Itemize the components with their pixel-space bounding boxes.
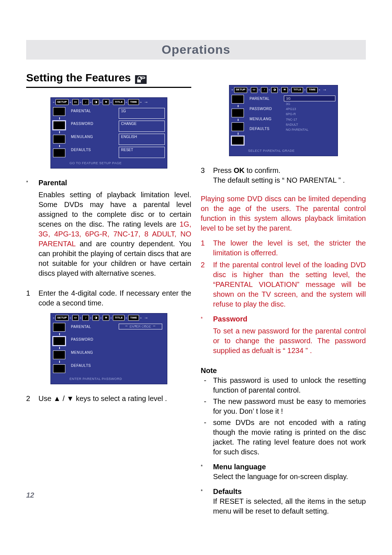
row-defaults-label: DEFAULTS <box>248 126 281 134</box>
bullet-defaults-body: If RESET is selected, all the items in t… <box>213 497 366 516</box>
step-3-line1: Press OK to confirm. <box>213 166 345 175</box>
lock-small-icon <box>232 136 244 145</box>
screenshot-grade-select: SETUP ▭ ♪ ◑ ≋ TITLE TIME → <box>229 85 338 156</box>
row-menulang-label: MENULANG <box>70 349 116 361</box>
lock-icon <box>134 74 147 85</box>
eq-icon: ≋ <box>103 315 109 321</box>
note-title: Note <box>201 366 366 376</box>
clapper-icon <box>232 122 244 131</box>
chevron-right-icon: → <box>321 87 328 93</box>
row-menulang-label: MENULANG <box>248 116 281 124</box>
down-arrow-icon: ▼ <box>67 394 74 402</box>
page-number: 12 <box>26 490 34 500</box>
speaker-icon: ♪ <box>82 99 89 105</box>
row-defaults-label: DEFAULTS <box>70 147 116 158</box>
chevron-right-icon: → <box>143 99 150 105</box>
row-parental-label: PARENTAL <box>248 96 281 104</box>
bullet-password-title: Password <box>213 314 366 324</box>
section-heading: Setting the Features <box>26 70 191 88</box>
dolby-icon: ◑ <box>271 87 278 93</box>
step-2-text: Use ▲ / ▼ keys to select a rating level … <box>38 394 167 404</box>
dolby-icon: ◑ <box>93 99 99 105</box>
speaker-icon: ♪ <box>82 315 89 321</box>
tab-setup: SETUP <box>234 87 248 93</box>
bullet-asterisk: * <box>26 178 35 283</box>
header-banner: Operations <box>26 40 366 60</box>
row-parental-value: 1G <box>119 108 165 119</box>
grade-6pgr: 6PG-R <box>284 112 335 117</box>
grade-3g: 3G <box>284 101 335 106</box>
audio-icon <box>232 109 244 117</box>
red-2-num: 2 <box>201 260 209 309</box>
tab-time: TIME <box>128 315 139 321</box>
tab-bar: SETUP ▭ ♪ ◑ ≋ TITLE TIME → <box>51 98 167 106</box>
bullet-asterisk: * <box>201 487 209 516</box>
red-1-text: The lower the level is set, the stricter… <box>213 238 366 258</box>
tab-title: TITLE <box>113 99 124 105</box>
grade-8adult: 8ADULT <box>284 122 335 127</box>
note-1: This password is used to unlock the rese… <box>213 376 366 395</box>
dash: - <box>201 418 209 457</box>
red-2-text: If the parental control level of the loa… <box>213 260 366 309</box>
row-password-label: PASSWORD <box>248 106 281 114</box>
monitor-icon <box>53 107 65 116</box>
bullet-menulang-title: Menu language <box>213 462 348 472</box>
dolby-icon: ◑ <box>93 315 99 321</box>
step-1-text: Enter the 4-digital code. If necessary e… <box>38 288 191 308</box>
eq-icon: ≋ <box>281 87 288 93</box>
bullet-asterisk: * <box>201 462 209 482</box>
grade-1g: 1G <box>284 96 335 101</box>
tv-icon: ▭ <box>72 99 79 105</box>
tab-time: TIME <box>307 87 317 93</box>
bullet-menulang-body: Select the language for on-screen displa… <box>213 472 348 482</box>
row-defaults-value: RESET <box>119 147 165 158</box>
screen-footer: SELECT PARENTAL GRADE <box>229 146 338 154</box>
side-icon-column <box>51 106 68 159</box>
tab-time: TIME <box>128 99 139 105</box>
clapper-icon <box>53 135 65 143</box>
tab-title: TITLE <box>291 87 303 93</box>
screenshot-feature-setup: SETUP ▭ ♪ ◑ ≋ TITLE TIME → <box>50 97 167 169</box>
section-title: Setting the Features <box>26 70 131 85</box>
bullet-asterisk: * <box>201 314 209 361</box>
step-1-number: 1 <box>26 288 35 308</box>
row-menulang-label: MENULANG <box>70 134 116 145</box>
tab-title: TITLE <box>113 315 124 321</box>
note-2: The new password must be easy to memorie… <box>213 397 366 416</box>
speaker-icon: ♪ <box>261 87 268 93</box>
up-arrow-icon: ▲ <box>53 394 61 402</box>
screen-footer: GO TO FEATURE SETUP PAGE <box>51 159 167 166</box>
row-parental-label: PARENTAL <box>70 108 116 119</box>
bullet-defaults-title: Defaults <box>213 487 366 497</box>
clapper-icon <box>53 351 65 359</box>
parental-explainer: Playing some DVD discs can be limited de… <box>201 194 366 233</box>
step-3-number: 3 <box>201 166 209 185</box>
screenshot-password-entry: SETUP ▭ ♪ ◑ ≋ TITLE TIME → <box>50 313 167 384</box>
eq-icon: ≋ <box>103 99 109 105</box>
row-password-label: PASSWORD <box>70 336 116 348</box>
bullet-parental-title: Parental <box>38 178 191 188</box>
audio-icon <box>53 121 65 130</box>
grade-noparental: NO PARENTAL <box>284 127 335 132</box>
bullet-parental-body: Enables setting of playback limitation l… <box>38 190 191 278</box>
tv-icon: ▭ <box>72 315 79 321</box>
lock-small-icon <box>53 149 65 157</box>
step-3-line2: The default setting is “ NO PARENTAL ” . <box>213 175 345 185</box>
row-defaults-label: DEFAULTS <box>70 362 116 374</box>
banner-title: Operations <box>162 41 230 58</box>
lock-small-icon <box>53 364 65 373</box>
row-parental-label: PARENTAL <box>70 324 116 335</box>
dash: - <box>201 376 209 395</box>
grade-7nc17: 7NC-17 <box>284 117 335 122</box>
tab-setup: SETUP <box>56 99 69 105</box>
row-password-value: CHANGE <box>119 121 165 132</box>
monitor-icon <box>232 95 244 104</box>
step-2-number: 2 <box>26 394 35 404</box>
tab-setup: SETUP <box>56 315 69 321</box>
bullet-password-body: To set a new password for the parental c… <box>213 326 366 356</box>
red-1-num: 1 <box>201 238 209 258</box>
note-3: some DVDs are not encoded with a rating … <box>213 418 366 457</box>
row-password-label: PASSWORD <box>70 121 116 132</box>
chevron-right-icon: → <box>143 315 150 321</box>
row-menulang-value: ENGLISH <box>119 134 165 145</box>
